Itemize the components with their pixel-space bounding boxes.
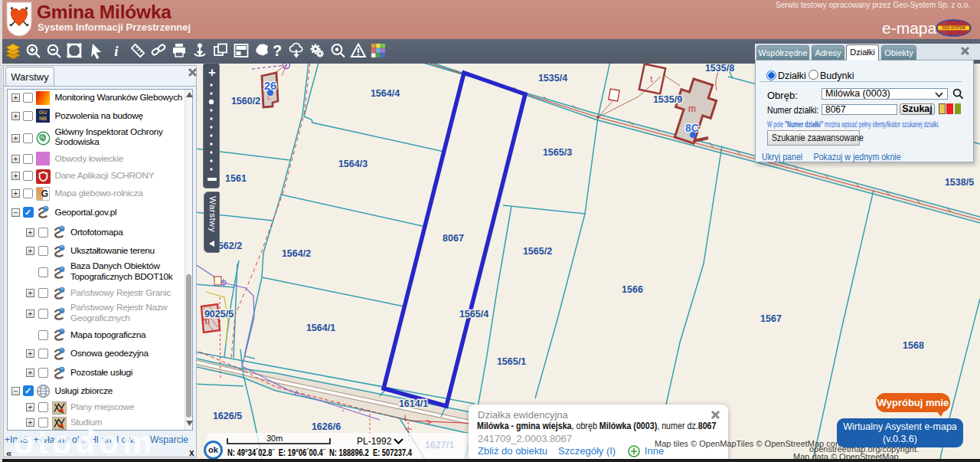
svg-text:1535/8: 1535/8 — [705, 63, 734, 74]
svg-text:1561: 1561 — [225, 173, 247, 184]
svg-text:?: ? — [273, 42, 282, 59]
svg-text:1564/2: 1564/2 — [282, 248, 311, 259]
svg-text:i: i — [114, 43, 119, 59]
svg-text:1564/1: 1564/1 — [306, 323, 335, 333]
svg-text:1564/3: 1564/3 — [338, 159, 368, 169]
svg-text:t: t — [651, 75, 653, 84]
svg-text:1535/9: 1535/9 — [653, 94, 682, 105]
svg-text:1565/4: 1565/4 — [459, 309, 488, 319]
svg-text:8067: 8067 — [443, 233, 464, 244]
svg-text:1568: 1568 — [903, 340, 924, 351]
svg-text:1565/3: 1565/3 — [543, 147, 572, 158]
svg-text:1626/6: 1626/6 — [312, 421, 341, 432]
svg-text:1535/4: 1535/4 — [538, 73, 567, 84]
svg-text:GEO-SYSTEM: GEO-SYSTEM — [942, 26, 965, 30]
svg-text:1566: 1566 — [622, 284, 643, 295]
svg-text:1538/5: 1538/5 — [945, 177, 974, 188]
svg-text:m: m — [688, 103, 696, 114]
svg-text:1564/4: 1564/4 — [371, 88, 400, 99]
svg-text:1565/2: 1565/2 — [523, 246, 552, 257]
svg-text:m: m — [202, 316, 210, 326]
svg-text:1565/1: 1565/1 — [497, 356, 526, 367]
svg-text:1...: 1... — [267, 96, 274, 100]
svg-text:1560/2: 1560/2 — [231, 96, 260, 106]
svg-text:1614/1: 1614/1 — [399, 398, 428, 409]
svg-text:1626/5: 1626/5 — [213, 411, 242, 421]
svg-text:1567: 1567 — [760, 313, 782, 324]
